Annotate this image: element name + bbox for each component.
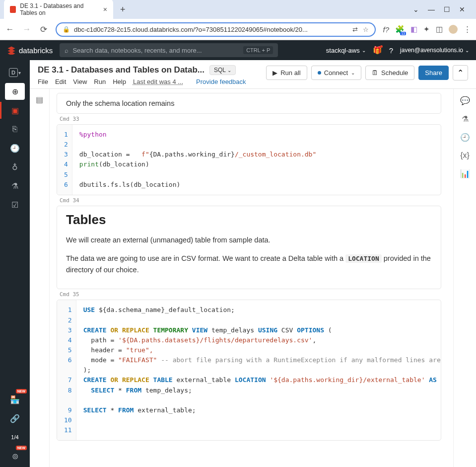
code-cell[interactable]: 123456 %python db_location = f"{DA.paths… [57,124,441,195]
nav-workspace-icon[interactable]: ▣ [5,102,25,119]
extensions-icon[interactable]: ✦ [423,25,430,34]
language-selector[interactable]: SQL ⌄ [209,65,236,75]
nav-marketplace-icon[interactable]: 🏪NEW [5,391,25,408]
lock-icon: 🔒 [63,26,70,33]
cmd-label: Cmd 35 [60,291,441,298]
nav-data-icon[interactable]: D▾ [5,64,25,81]
star-icon[interactable]: ☆ [363,26,369,33]
nav-new-icon[interactable]: ⊕ [5,83,25,100]
notebook-content[interactable]: Only the schema location remains Cmd 33 … [50,89,453,467]
tab-favicon [10,6,16,13]
markdown-cell[interactable]: Tables We will create an external (unman… [57,206,441,290]
cmd-label: Cmd 34 [60,197,441,204]
search-icon: ⌕ [65,47,68,54]
line-numbers: 123456 78 91011 [57,300,76,440]
maximize-icon[interactable]: ☐ [444,5,450,13]
notebook-body: ▤ Only the schema location remains Cmd 3… [30,89,476,467]
notebook-title-row: DE 3.1 - Databases and Tables on Datab..… [38,65,260,75]
menu-run[interactable]: Run [94,78,106,85]
reload-button[interactable]: ⟳ [39,24,49,35]
toc-gutter: ▤ [30,89,50,467]
notebook-title[interactable]: DE 3.1 - Databases and Tables on Datab..… [38,65,204,75]
menu-file[interactable]: File [38,78,48,85]
caret-down-icon[interactable]: ⌄ [413,5,419,13]
back-button[interactable]: ← [5,24,15,34]
more-icon[interactable]: ⋮ [464,25,471,34]
browser-tab[interactable]: DE 3.1 - Databases and Tables on × [4,0,113,20]
kbd-hint: CTRL + P [243,46,273,54]
run-all-button[interactable]: ▶ Run all [266,66,307,80]
brand-text: databricks [19,46,53,55]
share-button[interactable]: Share [418,66,449,80]
search-input[interactable]: ⌕ Search data, notebooks, recents, and m… [60,43,278,57]
extension-icons: f? 🧩 ◧ ✦ ◫ ⋮ [383,25,471,34]
notebook-wrap: DE 3.1 - Databases and Tables on Datab..… [30,60,476,467]
toc-icon[interactable]: ▤ [36,95,43,104]
markdown-cell[interactable]: Only the schema location remains [57,93,441,114]
experiments-icon[interactable]: ⚗ [462,114,469,124]
ext-purple-icon[interactable]: ◧ [410,25,417,34]
nav-partner-icon[interactable]: 🔗 [5,410,25,427]
new-tab-button[interactable]: + [116,4,130,15]
chevron-down-icon: ⌄ [465,48,469,53]
comments-icon[interactable]: 💬 [460,96,470,105]
notebook-header: DE 3.1 - Databases and Tables on Datab..… [30,60,476,89]
cell-text: Only the schema location remains [57,93,441,113]
expand-toggle[interactable]: ⌃ [453,65,468,80]
last-edit-label[interactable]: Last edit was 4 ... [133,78,183,85]
minimize-icon[interactable]: — [428,5,435,13]
menu-help[interactable]: Help [113,78,126,85]
tab-title: DE 3.1 - Databases and Tables on [20,2,99,16]
notebook-menu: File Edit View Run Help Last edit was 4 … [38,78,260,85]
nav-repos-icon[interactable]: ⎘ [5,121,25,138]
nav-settings-icon[interactable]: ⊚NEW [5,448,25,465]
user-email-text: javen@avensolutions.io [400,47,463,54]
browser-chrome: DE 3.1 - Databases and Tables on × + ⌄ —… [0,0,476,40]
user-menu[interactable]: javen@avensolutions.io ⌄ [400,47,469,54]
variables-icon[interactable]: {x} [460,151,470,160]
feedback-link[interactable]: Provide feedback [196,78,246,85]
dashboard-icon[interactable]: 📊 [460,169,470,178]
md-heading: Tables [66,212,432,228]
nav-recents-icon[interactable]: 🕘 [5,140,25,156]
url-input[interactable]: 🔒 dbc-c1d0c728-2c15.cloud.databricks.com… [56,22,376,37]
notebook-actions: ▶ Run all Connect⌄ 🗓 Schedule Share ⌃ [266,65,468,80]
help-icon[interactable]: ? [389,46,393,55]
menu-view[interactable]: View [73,78,87,85]
chevron-down-icon: ⌄ [362,48,366,53]
workspace-name: stackql-aws [326,47,360,54]
md-paragraph: We will create an external (unmanaged) t… [66,234,432,246]
connect-button[interactable]: Connect⌄ [311,66,361,80]
address-bar: ← → ⟳ 🔒 dbc-c1d0c728-2c15.cloud.databric… [0,19,476,40]
forward-button[interactable]: → [22,24,32,34]
close-icon[interactable]: × [103,5,107,13]
line-numbers: 123456 [57,125,72,195]
sidepanel-icon[interactable]: ◫ [436,25,443,34]
ext-fn-icon[interactable]: f? [383,25,389,34]
tab-bar: DE 3.1 - Databases and Tables on × + ⌄ —… [0,0,476,19]
right-rail: 💬 ⚗ 🕘 {x} 📊 [453,89,476,467]
window-controls: ⌄ — ☐ ✕ [413,5,472,13]
close-window-icon[interactable]: ✕ [459,5,465,13]
databricks-icon [7,46,16,55]
nav-catalog-icon[interactable]: ♁ [5,158,25,175]
workspace-selector[interactable]: stackql-aws ⌄ [326,47,366,54]
nav-count[interactable]: 1/4 [5,429,25,446]
ext-badge-icon[interactable]: 🧩 [395,25,405,34]
translate-icon[interactable]: ⇄ [352,26,358,33]
schedule-button[interactable]: 🗓 Schedule [365,66,414,80]
nav-checklist-icon[interactable]: ☑ [5,196,25,213]
main-area: D▾ ⊕ ▣ ⎘ 🕘 ♁ ⚗ ☑ 🏪NEW 🔗 1/4 ⊚NEW ⊏ DE 3.… [0,60,476,467]
databricks-logo[interactable]: databricks [7,46,53,55]
code-cell[interactable]: 123456 78 91011 USE ${da.schema_name}_de… [57,300,441,441]
search-placeholder: Search data, notebooks, recents, and mor… [72,47,239,54]
code-content[interactable]: %python db_location = f"{DA.paths.workin… [72,125,441,195]
menu-edit[interactable]: Edit [55,78,66,85]
profile-avatar[interactable] [449,25,458,34]
history-icon[interactable]: 🕘 [460,133,470,142]
code-content[interactable]: USE ${da.schema_name}_default_location; … [76,300,441,440]
nav-workflows-icon[interactable]: ⚗ [5,177,25,194]
md-paragraph: The data we are going to use are in CSV … [66,253,432,276]
databricks-topbar: databricks ⌕ Search data, notebooks, rec… [0,40,476,60]
gift-icon[interactable]: 🎁 [373,46,382,55]
